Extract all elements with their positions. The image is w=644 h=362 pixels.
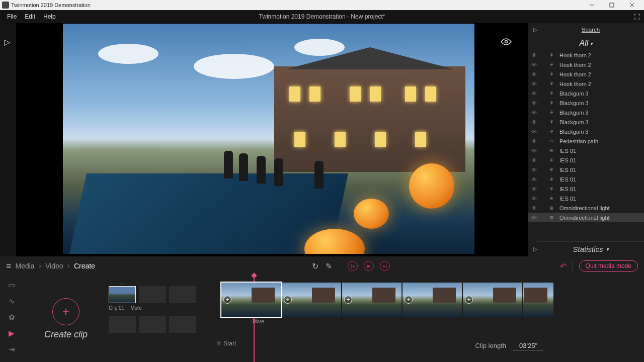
- undo-icon[interactable]: ↶: [560, 261, 567, 271]
- add-keyframe-icon[interactable]: +: [344, 296, 352, 304]
- keyframe-4[interactable]: +: [463, 283, 522, 317]
- expand-stats-icon[interactable]: ▷: [533, 246, 537, 252]
- menu-file[interactable]: File: [3, 11, 21, 22]
- visibility-toggle-icon[interactable]: 👁: [531, 129, 538, 135]
- tool-video-icon[interactable]: ▶: [9, 329, 15, 338]
- visibility-toggle-icon[interactable]: 👁: [531, 186, 538, 192]
- visibility-toggle-icon[interactable]: 👁: [531, 90, 538, 97]
- refresh-icon[interactable]: ↻: [312, 261, 318, 271]
- brush-icon[interactable]: ✎: [326, 261, 332, 271]
- app-icon: [2, 2, 9, 9]
- clip-more[interactable]: More: [130, 305, 142, 311]
- play-icon[interactable]: ▷: [4, 37, 16, 47]
- statistics-dropdown[interactable]: Statistics ▾: [537, 241, 644, 256]
- visibility-toggle-icon[interactable]: 👁: [531, 167, 538, 173]
- scene-item[interactable]: 👁⊛Omnidirectional light: [528, 213, 644, 222]
- crumb-media[interactable]: Media: [16, 262, 35, 270]
- add-keyframe-icon[interactable]: +: [465, 296, 473, 304]
- visibility-icon[interactable]: [501, 38, 512, 45]
- scene-item[interactable]: 👁✳IES 01: [528, 194, 644, 203]
- clip-menu-dots[interactable]: ...: [121, 280, 214, 285]
- scene-item[interactable]: 👁⚘Blackgum 3: [528, 127, 644, 136]
- keyframe-2[interactable]: +: [342, 283, 401, 317]
- visibility-toggle-icon[interactable]: 👁: [531, 176, 538, 183]
- tool-export-icon[interactable]: ⇥: [9, 345, 15, 354]
- keyframe-0[interactable]: +: [221, 283, 281, 317]
- visibility-toggle-icon[interactable]: 👁: [531, 62, 538, 68]
- clip-thumb-empty[interactable]: [139, 316, 166, 333]
- scene-item-label: Blackgum 3: [559, 90, 588, 97]
- crumb-video[interactable]: Video: [45, 262, 63, 270]
- tool-image-icon[interactable]: ▭: [8, 281, 15, 290]
- filter-dropdown[interactable]: All ▾: [528, 36, 644, 50]
- scene-item[interactable]: 👁✳IES 01: [528, 184, 644, 194]
- plant-icon: ⚘: [549, 71, 556, 77]
- visibility-toggle-icon[interactable]: 👁: [531, 138, 538, 144]
- maximize-button[interactable]: [602, 0, 622, 10]
- tool-wave-icon[interactable]: ∿: [9, 297, 15, 306]
- minimize-button[interactable]: [582, 0, 602, 10]
- viewport-3d[interactable]: [62, 23, 475, 254]
- fullscreen-icon[interactable]: [634, 14, 640, 20]
- keyframe-5[interactable]: [523, 283, 553, 317]
- visibility-toggle-icon[interactable]: 👁: [531, 205, 538, 211]
- tool-leaf-icon[interactable]: ✿: [9, 313, 15, 322]
- visibility-toggle-icon[interactable]: 👁: [531, 110, 538, 116]
- play-button[interactable]: ▶: [364, 261, 374, 271]
- clip-thumb-empty[interactable]: [109, 316, 136, 333]
- add-keyframe-icon[interactable]: +: [405, 296, 413, 304]
- chevron-down-icon: ▾: [606, 246, 609, 252]
- visibility-toggle-icon[interactable]: 👁: [531, 215, 538, 221]
- visibility-toggle-icon[interactable]: 👁: [531, 148, 538, 154]
- plant-icon: ⚘: [549, 81, 556, 86]
- expand-icon[interactable]: ▷: [533, 27, 537, 33]
- clip-thumb-01[interactable]: [109, 286, 136, 303]
- create-clip-button[interactable]: +: [52, 298, 79, 325]
- next-keyframe-button[interactable]: ▸|: [380, 261, 390, 271]
- scene-item[interactable]: 👁⚘Hook thorn 2: [528, 79, 644, 88]
- clip-thumb-empty[interactable]: [169, 316, 196, 333]
- scene-item[interactable]: 👁✳IES 01: [528, 146, 644, 155]
- clip-thumb-empty[interactable]: [139, 286, 166, 303]
- scene-list[interactable]: 👁⚘Hook thorn 2👁⚘Hook thorn 2👁⚘Hook thorn…: [528, 50, 644, 241]
- scene-house: [274, 66, 465, 172]
- crumb-create[interactable]: Create: [74, 262, 95, 270]
- scene-item[interactable]: 👁⚘Hook thorn 2: [528, 60, 644, 69]
- scene-item[interactable]: 👁⚘Blackgum 3: [528, 88, 644, 98]
- quit-media-mode-button[interactable]: Quit media mode: [579, 260, 638, 272]
- menu-help[interactable]: Help: [39, 11, 60, 22]
- scene-item[interactable]: 👁⚘Blackgum 3: [528, 98, 644, 108]
- svg-rect-1: [610, 3, 614, 7]
- visibility-toggle-icon[interactable]: 👁: [531, 119, 538, 125]
- keyframe-3[interactable]: +: [403, 283, 462, 317]
- clip-thumb-empty[interactable]: [169, 286, 196, 303]
- scene-item[interactable]: 👁✳IES 01: [528, 174, 644, 184]
- scene-item[interactable]: 👁✳IES 01: [528, 155, 644, 165]
- scene-item[interactable]: 👁⚘Hook thorn 2: [528, 50, 644, 60]
- search-input[interactable]: Search: [537, 23, 644, 36]
- scene-graph-panel: ▷ Search All ▾ 👁⚘Hook thorn 2👁⚘Hook thor…: [528, 23, 644, 256]
- menu-edit[interactable]: Edit: [21, 11, 39, 22]
- clip-length-value[interactable]: 03'25": [513, 342, 543, 351]
- visibility-toggle-icon[interactable]: 👁: [531, 52, 538, 58]
- add-keyframe-icon[interactable]: +: [223, 296, 231, 304]
- close-button[interactable]: [622, 0, 642, 10]
- menu-icon[interactable]: ≡: [6, 261, 12, 272]
- scene-item[interactable]: 👁⚘Blackgum 3: [528, 108, 644, 117]
- scene-item-label: IES 01: [559, 176, 576, 183]
- scene-item[interactable]: 👁⚘Blackgum 3: [528, 117, 644, 127]
- prev-keyframe-button[interactable]: |◂: [348, 261, 358, 271]
- scene-item[interactable]: 👁⤳Pedestrian path: [528, 136, 644, 146]
- scene-item[interactable]: 👁⊛Omnidirectional light: [528, 203, 644, 213]
- visibility-toggle-icon[interactable]: 👁: [531, 71, 538, 77]
- scene-item-label: Omnidirectional light: [559, 215, 610, 221]
- add-keyframe-icon[interactable]: +: [284, 296, 292, 304]
- keyframe-1[interactable]: +: [282, 283, 341, 317]
- scene-item[interactable]: 👁✳IES 01: [528, 165, 644, 174]
- scene-item[interactable]: 👁⚘Hook thorn 2: [528, 69, 644, 79]
- visibility-toggle-icon[interactable]: 👁: [531, 100, 538, 106]
- visibility-toggle-icon[interactable]: 👁: [531, 81, 538, 87]
- visibility-toggle-icon[interactable]: 👁: [531, 157, 538, 163]
- filmstrip-more[interactable]: More: [253, 319, 637, 324]
- visibility-toggle-icon[interactable]: 👁: [531, 196, 538, 202]
